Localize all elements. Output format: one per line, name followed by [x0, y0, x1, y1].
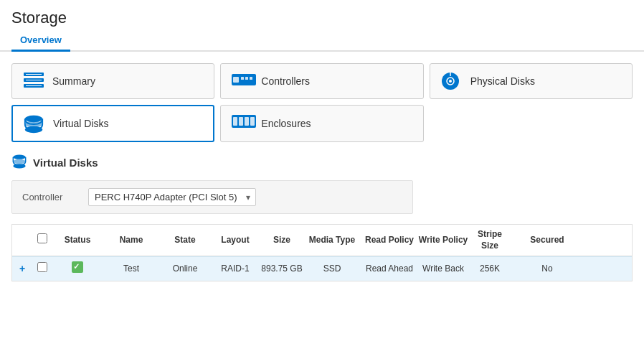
svg-rect-22: [245, 117, 249, 126]
controller-label: Controller: [22, 192, 80, 202]
nav-card-controllers[interactable]: Controllers: [220, 63, 423, 99]
row-write-policy: Write Back: [418, 264, 468, 275]
virtual-disks-icon: [23, 113, 46, 134]
nav-cards-row1: Summary Controllers: [11, 63, 633, 99]
controller-select-wrapper[interactable]: PERC H740P Adapter (PCI Slot 5): [88, 188, 256, 206]
row-name: Test: [103, 264, 160, 275]
table-row: + Test Online RAID-1 893.75 GB SSD Read …: [12, 256, 632, 281]
svg-rect-9: [245, 77, 248, 80]
nav-cards-row2-empty: [430, 105, 633, 142]
section-header: Virtual Disks: [11, 154, 633, 172]
th-checkbox: [32, 233, 52, 247]
row-checkbox-cell: [32, 262, 52, 276]
th-write-policy: Write Policy: [418, 235, 468, 246]
svg-rect-20: [233, 117, 237, 126]
page-title: Storage: [11, 9, 633, 27]
row-state: Online: [160, 264, 210, 275]
svg-point-13: [449, 80, 452, 83]
table-header: Status Name State Layout Size Media Type…: [12, 225, 632, 256]
content-area: Summary Controllers: [0, 52, 644, 281]
summary-icon: [22, 71, 45, 91]
row-layout: RAID-1: [210, 264, 260, 275]
nav-card-enclosures-label: Enclosures: [261, 118, 311, 129]
nav-card-summary[interactable]: Summary: [11, 63, 214, 99]
nav-cards-row2: Virtual Disks Enclosures: [11, 105, 633, 142]
nav-card-physical-disks-label: Physical Disks: [470, 75, 535, 87]
svg-rect-7: [233, 77, 239, 83]
svg-point-26: [13, 164, 25, 168]
row-expand-btn[interactable]: +: [12, 262, 32, 275]
th-secured: Secured: [511, 235, 583, 246]
enclosures-icon: [231, 113, 254, 134]
row-media-type: SSD: [303, 264, 361, 275]
nav-card-virtual-disks[interactable]: Virtual Disks: [11, 105, 214, 142]
row-stripe-size: 256K: [468, 264, 511, 275]
th-media-type: Media Type: [303, 235, 361, 246]
th-stripe-size: Stripe Size: [468, 229, 511, 251]
nav-card-enclosures[interactable]: Enclosures: [220, 105, 423, 142]
nav-card-controllers-label: Controllers: [261, 75, 310, 87]
svg-point-18: [25, 126, 42, 133]
th-status: Status: [52, 235, 103, 246]
tabs-bar: Overview: [0, 30, 644, 52]
controller-select[interactable]: PERC H740P Adapter (PCI Slot 5): [88, 188, 256, 206]
physical-disks-icon: [440, 71, 463, 91]
svg-rect-21: [239, 117, 243, 126]
nav-card-physical-disks[interactable]: Physical Disks: [430, 63, 633, 99]
virtual-disks-table: Status Name State Layout Size Media Type…: [11, 224, 633, 281]
th-state: State: [160, 235, 210, 246]
controller-row: Controller PERC H740P Adapter (PCI Slot …: [11, 180, 413, 214]
svg-rect-23: [250, 117, 255, 126]
controllers-icon: [231, 71, 254, 91]
row-checkbox[interactable]: [37, 262, 47, 272]
th-layout: Layout: [210, 235, 260, 246]
page-header: Storage: [0, 0, 644, 27]
svg-point-25: [13, 159, 25, 164]
th-read-policy: Read Policy: [361, 235, 418, 246]
row-size: 893.75 GB: [260, 264, 303, 275]
row-secured: No: [511, 264, 583, 275]
nav-card-virtual-disks-label: Virtual Disks: [53, 118, 109, 129]
select-all-checkbox[interactable]: [37, 233, 47, 243]
svg-rect-10: [250, 77, 252, 80]
row-read-policy: Read Ahead: [361, 264, 418, 275]
th-name: Name: [103, 235, 160, 246]
svg-rect-8: [241, 77, 244, 80]
section-title: Virtual Disks: [33, 157, 98, 169]
nav-card-summary-label: Summary: [52, 75, 95, 87]
tab-overview[interactable]: Overview: [11, 30, 70, 52]
svg-point-24: [13, 155, 25, 159]
row-status: [52, 261, 103, 276]
status-check-icon: [72, 261, 83, 273]
th-size: Size: [260, 235, 303, 246]
section-icon: [11, 154, 27, 172]
